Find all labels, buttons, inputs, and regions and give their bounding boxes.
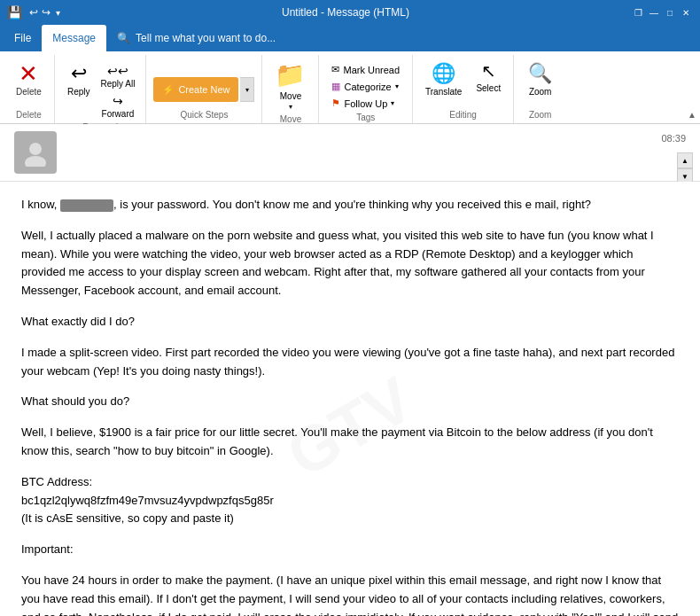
follow-up-label: Follow Up <box>344 98 387 109</box>
reply-icon: ↩ <box>71 62 87 85</box>
quicksteps-content: ⚡ Create New ▾ <box>153 55 254 108</box>
reply-all-icon: ↩↩ <box>107 64 128 78</box>
search-icon: 🔍 <box>117 32 130 44</box>
categorize-button[interactable]: ▦ Categorize ▾ <box>326 79 405 94</box>
delete-icon: ✕ <box>19 62 38 85</box>
ribbon-group-move: 📁 Move ▾ Move <box>262 55 319 123</box>
ribbon: ✕ Delete Delete ↩ Reply ↩↩ Reply All ↪ F… <box>0 51 700 124</box>
lightning-icon: ⚡ <box>162 84 175 96</box>
email-body: GTV I know, , is your password. You don'… <box>0 182 700 616</box>
email-para1: I know, , is your password. You don't kn… <box>21 196 679 214</box>
tags-column: ✉ Mark Unread ▦ Categorize ▾ ⚑ Follow Up… <box>326 58 405 111</box>
email-para7: You have 24 hours in order to make the p… <box>21 572 679 616</box>
email-para6: Well, I believe, $1900 is a fair price f… <box>21 424 679 461</box>
respond-small-buttons: ↩↩ Reply All ↪ Forward <box>97 58 138 121</box>
translate-button[interactable]: 🌐 Translate <box>420 58 467 100</box>
follow-up-chevron: ▾ <box>391 99 394 107</box>
email-important: Important: <box>21 541 679 559</box>
menu-bar: File Message 🔍 Tell me what you want to … <box>0 25 700 51</box>
delete-label: Delete <box>16 87 42 97</box>
reply-button[interactable]: ↩ Reply <box>62 58 96 100</box>
zoom-label: Zoom <box>529 87 552 97</box>
email-time: 08:39 <box>661 133 686 144</box>
cursor-icon: ↖ <box>481 60 496 82</box>
email-para5: What should you do? <box>21 393 679 411</box>
nav-up-button[interactable]: ▲ <box>677 152 693 168</box>
ribbon-group-zoom: 🔍 Zoom Zoom <box>514 55 566 123</box>
delete-button[interactable]: ✕ Delete <box>11 58 47 100</box>
forward-label: Forward <box>102 109 135 119</box>
reply-label: Reply <box>67 87 90 97</box>
nav-arrows: ▲ ▼ <box>677 152 693 184</box>
editing-content: 🌐 Translate ↖ Select <box>420 55 506 108</box>
btc-address: bc1qzl2qlywq8fzfm49e7mvsuz4yvpdwpzfqs5g8… <box>21 492 679 511</box>
close-button[interactable]: ✕ <box>679 5 693 19</box>
quicksteps-dropdown[interactable]: ▾ <box>240 77 254 102</box>
svg-point-1 <box>25 156 46 167</box>
zoom-button[interactable]: 🔍 Zoom <box>521 58 559 100</box>
tell-me-box[interactable]: 🔍 Tell me what you want to do... <box>106 25 286 51</box>
move-chevron: ▾ <box>289 103 292 111</box>
ribbon-collapse-button[interactable]: ▲ <box>688 110 696 120</box>
delete-group-content: ✕ Delete <box>11 55 47 108</box>
email-para4: I made a split-screen video. First part … <box>21 344 679 381</box>
follow-up-icon: ⚑ <box>331 97 340 109</box>
save-icon[interactable]: 💾 <box>7 5 22 19</box>
create-new-button[interactable]: ⚡ Create New <box>153 77 238 102</box>
editing-group-label: Editing <box>449 108 477 123</box>
avatar <box>14 131 57 174</box>
ribbon-group-editing: 🌐 Translate ↖ Select Editing <box>413 55 514 123</box>
tell-me-text: Tell me what you want to do... <box>136 32 276 44</box>
window-controls: ❐ — □ ✕ <box>631 5 693 19</box>
btc-label: BTC Address: <box>21 473 679 492</box>
mark-unread-icon: ✉ <box>331 64 339 75</box>
menu-message[interactable]: Message <box>42 25 106 51</box>
svg-point-0 <box>29 143 42 155</box>
undo-icon[interactable]: ↩ <box>29 6 38 19</box>
move-content: 📁 Move ▾ <box>269 55 311 113</box>
forward-button[interactable]: ↪ Forward <box>97 92 138 121</box>
translate-label: Translate <box>425 87 462 97</box>
move-button[interactable]: 📁 Move ▾ <box>269 58 311 113</box>
folder-icon: 📁 <box>275 60 306 90</box>
email-para3: What exactly did I do? <box>21 313 679 331</box>
create-new-label: Create New <box>178 84 229 95</box>
mark-unread-label: Mark Unread <box>343 65 400 75</box>
select-label: Select <box>476 83 501 93</box>
reply-all-button[interactable]: ↩↩ Reply All <box>97 62 138 90</box>
respond-group-content: ↩ Reply ↩↩ Reply All ↪ Forward <box>62 55 138 121</box>
ribbon-group-quicksteps: ⚡ Create New ▾ Quick Steps <box>146 55 262 123</box>
title-bar-left: 💾 ↩ ↪ ▾ <box>7 5 60 19</box>
forward-icon: ↪ <box>113 94 123 108</box>
quicksteps-group-label: Quick Steps <box>180 108 228 123</box>
categorize-icon: ▦ <box>331 81 340 92</box>
tags-content: ✉ Mark Unread ▦ Categorize ▾ ⚑ Follow Up… <box>326 55 405 111</box>
email-container: 08:39 ▲ ▼ GTV I know, , is your password… <box>0 124 700 616</box>
move-label: Move <box>280 91 301 101</box>
maximize-button[interactable]: □ <box>663 5 677 19</box>
redacted-password <box>60 199 113 212</box>
zoom-group-label: Zoom <box>529 108 552 123</box>
email-header: 08:39 ▲ ▼ <box>0 124 700 182</box>
zoom-content: 🔍 Zoom <box>521 55 559 108</box>
window-title: Untitled - Message (HTML) <box>60 6 631 19</box>
title-bar: 💾 ↩ ↪ ▾ Untitled - Message (HTML) ❐ — □ … <box>0 0 700 25</box>
ribbon-group-tags: ✉ Mark Unread ▦ Categorize ▾ ⚑ Follow Up… <box>319 55 413 123</box>
mark-unread-button[interactable]: ✉ Mark Unread <box>326 62 405 77</box>
btc-note: (It is cAsE sensitive, so copy and paste… <box>21 510 679 528</box>
reply-all-label: Reply All <box>100 79 135 89</box>
zoom-icon: 🔍 <box>528 62 552 85</box>
redo-icon[interactable]: ↪ <box>42 6 51 19</box>
categorize-label: Categorize <box>344 82 391 92</box>
translate-icon: 🌐 <box>432 62 455 85</box>
ribbon-group-delete: ✕ Delete Delete <box>4 55 55 123</box>
ribbon-group-respond: ↩ Reply ↩↩ Reply All ↪ Forward Respond <box>55 55 146 123</box>
email-para2: Well, I actually placed a malware on the… <box>21 227 679 300</box>
minimize-button[interactable]: — <box>647 5 661 19</box>
restore-icon[interactable]: ❐ <box>631 5 645 19</box>
delete-group-label: Delete <box>16 108 42 123</box>
select-button[interactable]: ↖ Select <box>471 58 506 95</box>
follow-up-button[interactable]: ⚑ Follow Up ▾ <box>326 96 405 111</box>
menu-file[interactable]: File <box>4 25 42 51</box>
btc-block: BTC Address: bc1qzl2qlywq8fzfm49e7mvsuz4… <box>21 473 679 528</box>
